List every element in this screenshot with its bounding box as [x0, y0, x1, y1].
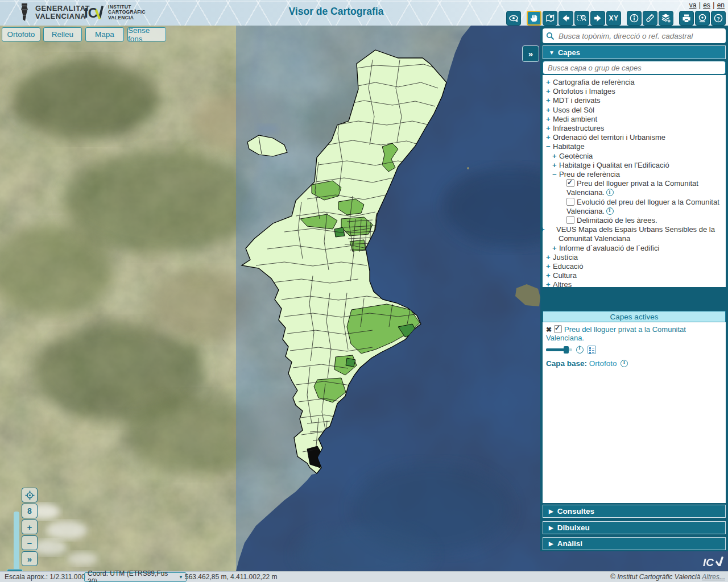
print-button[interactable] — [679, 11, 694, 26]
opacity-slider[interactable] — [546, 348, 572, 351]
accordion-consultes[interactable]: ▶ Consultes — [543, 505, 726, 518]
basemap-mapa-button[interactable]: Mapa — [85, 27, 124, 41]
toponym-search-input[interactable] — [557, 31, 722, 41]
tree-item-mdt[interactable]: +MDT i derivats — [545, 96, 723, 105]
tree-item-altres[interactable]: +Altres — [545, 280, 723, 287]
layer-label: Preu del lloguer privat a la Comunitat V… — [566, 179, 698, 197]
zoom-window-button[interactable] — [574, 11, 589, 26]
metadata-icon[interactable] — [606, 189, 614, 196]
tree-item-informe-avaluacio[interactable]: +Informe d´avaluació de l´edifici — [545, 244, 723, 253]
collapse-icon[interactable]: − — [546, 142, 553, 151]
expand-icon[interactable]: + — [546, 87, 553, 96]
coord-system-value: Coord. UTM (ETRS89,Fus 30) — [88, 569, 179, 582]
capes-actives-header: Capes actives — [543, 311, 726, 322]
coord-system-dropdown[interactable]: Coord. UTM (ETRS89,Fus 30) ▼ — [84, 572, 187, 582]
tree-item-educacio[interactable]: +Educació — [545, 262, 723, 271]
tree-item-cultura[interactable]: +Cultura — [545, 271, 723, 280]
accordion-label: Dibuixeu — [557, 523, 590, 532]
tree-item-usos-del-sol[interactable]: +Usos del Sòl — [545, 106, 723, 115]
layer-checkbox[interactable] — [566, 179, 574, 187]
layer-group-label: Geotècnia — [559, 152, 593, 160]
zoom-level-indicator: 8 — [22, 504, 38, 518]
expand-icon[interactable]: + — [546, 253, 553, 262]
info-tool-button[interactable] — [627, 11, 642, 26]
basemap-sensefons-button[interactable]: Sense fons — [127, 27, 166, 41]
expand-icon[interactable]: + — [546, 262, 553, 271]
layer-label: Delimitació de les àrees. — [577, 216, 657, 225]
metadata-icon[interactable] — [606, 207, 614, 215]
layer-group-label: Usos del Sòl — [553, 106, 594, 114]
expand-icon[interactable]: + — [546, 106, 553, 115]
metadata-icon[interactable] — [576, 346, 584, 354]
tree-item-habitatge-qualitat[interactable]: +Habitatge i Qualitat en l’Edificació — [545, 161, 723, 170]
expand-icon[interactable]: + — [552, 161, 559, 170]
base-layer-value[interactable]: Ortofoto — [589, 359, 617, 368]
tree-item-infraestructures[interactable]: +Infraestructures — [545, 124, 723, 133]
tree-item-medi-ambient[interactable]: +Medi ambient — [545, 115, 723, 124]
help-button[interactable]: ? — [711, 11, 726, 26]
status-bar: Escala aprox.: 1/2.311.000 Coord. UTM (E… — [0, 571, 728, 582]
tree-item-veus[interactable]: +VEUS Mapa dels Espais Urbans Sensibles … — [545, 225, 723, 243]
expand-icon[interactable]: + — [546, 78, 553, 87]
lang-en[interactable]: en — [717, 1, 725, 9]
layer-group-label: Preu de referència — [559, 170, 620, 178]
expand-icon[interactable]: + — [552, 244, 559, 253]
tree-item-evolucio-preu[interactable]: Evolució del preu del lloguer a la Comun… — [545, 198, 723, 216]
zoom-in-button[interactable]: + — [22, 519, 38, 534]
initial-extent-button[interactable] — [543, 11, 557, 26]
base-layer-label: Capa base: — [546, 359, 587, 368]
tree-item-geotecnia[interactable]: +Geotècnia — [545, 152, 723, 161]
tree-item-ortofotos[interactable]: +Ortofotos i Imatges — [545, 87, 723, 96]
accordion-dibuixeu[interactable]: ▶ Dibuixeu — [543, 521, 726, 534]
layer-search-input[interactable] — [543, 61, 726, 74]
metadata-icon[interactable] — [621, 360, 628, 367]
expand-controls-button[interactable]: » — [22, 551, 38, 566]
capes-panel-header[interactable]: ▼ Capes — [543, 45, 726, 59]
layer-checkbox[interactable] — [566, 216, 574, 224]
ruler-icon — [645, 13, 655, 23]
tree-item-cartografia[interactable]: +Cartografia de referència — [545, 78, 723, 87]
layer-tree: +Cartografia de referència +Ortofotos i … — [543, 75, 726, 287]
next-view-button[interactable] — [590, 11, 605, 26]
tree-item-delimitacio[interactable]: Delimitació de les àrees. — [545, 216, 723, 225]
measure-tool-button[interactable] — [643, 11, 657, 26]
zoom-out-button[interactable]: − — [22, 535, 38, 550]
expand-icon[interactable]: + — [552, 152, 559, 161]
collapse-sidebar-button[interactable]: » — [522, 45, 539, 62]
altres-link[interactable]: Altres... — [702, 573, 725, 581]
layer-checkbox[interactable] — [566, 198, 574, 206]
tree-item-preu-lloguer[interactable]: Preu del lloguer privat a la Comunitat V… — [545, 179, 723, 197]
expand-icon[interactable]: + — [549, 225, 556, 234]
previous-view-button[interactable] — [559, 11, 573, 26]
remove-layer-icon[interactable]: ✖ — [546, 326, 552, 334]
xy-coordinates-button[interactable]: XY — [606, 11, 621, 26]
search-icon — [546, 32, 555, 40]
lang-va[interactable]: va — [689, 1, 697, 9]
zoom-window-icon — [577, 13, 587, 23]
expand-icon[interactable]: + — [546, 280, 553, 287]
expand-icon[interactable]: + — [546, 115, 553, 124]
basemap-relleu-button[interactable]: Relleu — [43, 27, 82, 41]
expand-icon[interactable]: + — [546, 124, 553, 133]
active-layer-checkbox[interactable] — [554, 325, 562, 333]
add-layers-button[interactable] — [659, 11, 673, 26]
opacity-slider-handle[interactable] — [564, 346, 569, 354]
legend-icon[interactable] — [588, 346, 596, 354]
arrow-right-icon — [593, 13, 603, 23]
tree-item-justicia[interactable]: +Justícia — [545, 253, 723, 262]
tree-item-ordenacio[interactable]: +Ordenació del territori i Urbanisme — [545, 133, 723, 142]
expand-icon[interactable]: + — [546, 133, 553, 142]
page-title: Visor de Cartografia — [239, 6, 433, 18]
collapse-icon[interactable]: − — [552, 170, 559, 179]
info-icon — [629, 13, 639, 23]
expand-icon[interactable]: + — [546, 96, 553, 105]
pan-tool-button[interactable] — [527, 11, 541, 26]
tree-item-habitatge[interactable]: −Habitatge — [545, 142, 723, 151]
lang-es[interactable]: es — [703, 1, 710, 9]
geolocate-button[interactable] — [22, 488, 38, 502]
show-hide-tools-button[interactable] — [506, 11, 521, 26]
permalink-button[interactable] — [695, 11, 710, 26]
basemap-ortofoto-button[interactable]: Ortofoto — [2, 27, 40, 41]
accordion-analisi[interactable]: ▶ Anàlisi — [543, 537, 726, 550]
expand-icon[interactable]: + — [546, 271, 553, 280]
